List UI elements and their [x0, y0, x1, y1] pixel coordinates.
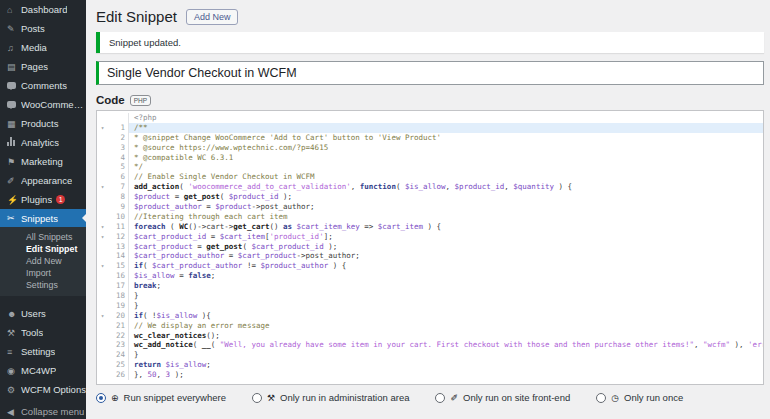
sidebar-item-posts[interactable]: ✎Posts	[0, 19, 86, 38]
line-number: 4	[108, 153, 128, 163]
radio-run-admin-only[interactable]	[252, 393, 262, 403]
fold-spacer	[97, 242, 108, 252]
line-number: 24	[108, 350, 128, 360]
submenu-item-all-snippets[interactable]: All Snippets	[0, 231, 86, 243]
code-line: ▾15if( $cart_product_author != $product_…	[97, 261, 763, 271]
line-gutter: ▾7	[97, 182, 129, 192]
sidebar-item-comments[interactable]: Comments	[0, 76, 86, 95]
fold-spacer	[97, 301, 108, 311]
submenu-item-add-new[interactable]: Add New	[0, 255, 86, 267]
sidebar-item-label: Dashboard	[21, 4, 67, 15]
notice-text: Snippet updated.	[109, 37, 181, 48]
line-gutter: 10	[97, 212, 129, 222]
line-content: add_action( 'woocommerce_add_to_cart_val…	[129, 182, 763, 192]
code-editor[interactable]: <?php▾1/**2* @snippet Change WooCommerce…	[96, 110, 764, 385]
comment-bubble-icon	[7, 82, 16, 89]
fold-arrow-icon: ▾	[97, 261, 108, 271]
radio-run-everywhere[interactable]	[96, 393, 106, 403]
line-content: * @source https://www.wptechnic.com/?p=4…	[129, 143, 763, 153]
pushpin-icon: ✎	[7, 24, 21, 34]
line-content: //Iterating through each cart item	[129, 212, 763, 222]
sidebar-item-snippets[interactable]: ✂Snippets	[0, 209, 86, 227]
line-content: $cart_product = get_post( $cart_product_…	[129, 242, 763, 252]
line-gutter: 16	[97, 271, 129, 281]
sidebar-item-wcfm-options[interactable]: ⚙WCFM Options	[0, 380, 86, 399]
code-line: 26}, 50, 3 );	[97, 370, 763, 380]
code-line: ▾7add_action( 'woocommerce_add_to_cart_v…	[97, 182, 763, 192]
fold-spacer	[97, 202, 108, 212]
code-line: 23wc_add_notice( __( "Well, you already …	[97, 340, 763, 350]
scope-option-run-everywhere[interactable]: ⊕Run snippet everywhere	[96, 392, 226, 403]
line-gutter	[97, 113, 129, 123]
fold-spacer	[97, 212, 108, 222]
line-content: $product = get_post( $product_id );	[129, 192, 763, 202]
sidebar-item-dashboard[interactable]: ⌂Dashboard	[0, 0, 86, 19]
line-number: 17	[108, 281, 128, 291]
sidebar-item-label: WCFM Options	[21, 384, 86, 395]
line-number: 22	[108, 331, 128, 341]
line-gutter: ▾1	[97, 123, 129, 133]
line-content: }	[129, 350, 763, 360]
add-new-button[interactable]: Add New	[186, 9, 239, 25]
fold-spacer	[97, 321, 108, 331]
sidebar-item-users[interactable]: ☻Users	[0, 304, 86, 323]
line-gutter: 18	[97, 291, 129, 301]
line-content: $product_author = $product->post_author;	[129, 202, 763, 212]
code-line: 5*/	[97, 162, 763, 172]
submenu-item-settings[interactable]: Settings	[0, 279, 86, 291]
line-gutter: 26	[97, 370, 129, 380]
main-content: Edit Snippet Add New Snippet updated. Co…	[86, 0, 770, 419]
code-line: ▾12$cart_product_id = $cart_item['produc…	[97, 232, 763, 242]
sidebar-item-tools[interactable]: ⚒Tools	[0, 323, 86, 342]
scope-option-label: Only run on site front-end	[463, 392, 570, 403]
submenu-item-import[interactable]: Import	[0, 267, 86, 279]
sidebar-item-woocommerce[interactable]: WooCommerce	[0, 95, 86, 114]
sidebar-item-settings[interactable]: ≡Settings	[0, 342, 86, 361]
line-content: /**	[129, 123, 763, 133]
radio-run-once[interactable]	[596, 393, 606, 403]
plugin-icon: ⚡	[7, 195, 21, 205]
code-label: Code	[96, 94, 125, 106]
code-line: 6// Enable Single Vendor Checkout in WCF…	[97, 172, 763, 182]
megaphone-icon: ⚑	[7, 157, 21, 167]
sidebar-item-appearance[interactable]: ✐Appearance	[0, 171, 86, 190]
line-gutter: ▾20	[97, 311, 129, 321]
line-number: 5	[108, 162, 128, 172]
line-content: }, 50, 3 );	[129, 370, 763, 380]
sidebar-item-label: Products	[21, 118, 59, 129]
scope-option-run-admin-only[interactable]: ⚒Only run in administration area	[252, 392, 409, 403]
media-note-icon: ♫	[7, 43, 21, 53]
radio-run-frontend-only[interactable]	[435, 393, 445, 403]
sidebar-item-marketing[interactable]: ⚑Marketing	[0, 152, 86, 171]
sidebar-item-analytics[interactable]: Analytics	[0, 133, 86, 152]
line-content: return $is_allow;	[129, 360, 763, 370]
sidebar-item-label: Tools	[21, 327, 43, 338]
sidebar-item-products[interactable]: ▦Products	[0, 114, 86, 133]
fold-spacer	[97, 153, 108, 163]
scope-option-run-frontend-only[interactable]: ✐Only run on site front-end	[435, 392, 570, 403]
sidebar-item-media[interactable]: ♫Media	[0, 38, 86, 57]
sidebar-item-pages[interactable]: ▤Pages	[0, 57, 86, 76]
code-line: 17break;	[97, 281, 763, 291]
submenu-item-edit-snippet[interactable]: Edit Snippet	[0, 243, 86, 255]
brush-icon: ✐	[7, 176, 21, 186]
line-number: 10	[108, 212, 128, 222]
products-box-icon: ▦	[7, 119, 21, 129]
pages-icon: ▤	[7, 62, 21, 72]
code-line: ▾11foreach ( WC()->cart->get_cart() as $…	[97, 222, 763, 232]
snippet-title-input[interactable]	[96, 61, 764, 85]
sidebar-item-mc4wp[interactable]: ◉MC4WP	[0, 361, 86, 380]
line-number: 8	[108, 192, 128, 202]
line-content: * @snippet Change WooCommerce 'Add to Ca…	[129, 133, 763, 143]
fold-spacer	[97, 133, 108, 143]
scope-option-run-once[interactable]: ◷Only run once	[596, 392, 683, 403]
clock-icon: ◷	[611, 393, 619, 403]
line-gutter: 9	[97, 202, 129, 212]
fold-arrow-icon: ▾	[97, 182, 108, 192]
code-line: 10//Iterating through each cart item	[97, 212, 763, 222]
sidebar-item-plugins[interactable]: ⚡Plugins1	[0, 190, 86, 209]
sidebar-item-collapse-menu[interactable]: ◀Collapse menu	[0, 402, 86, 419]
code-line: 4* @compatible WC 6.3.1	[97, 153, 763, 163]
line-number: 1	[108, 123, 128, 133]
line-gutter: 25	[97, 360, 129, 370]
